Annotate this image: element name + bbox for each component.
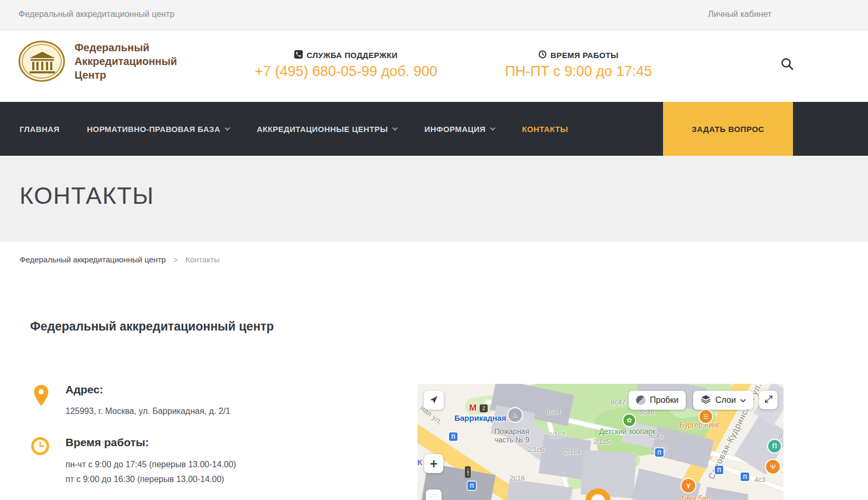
map-poi-parking-icon: П: [655, 448, 664, 457]
map-poi-restaurant-icon: Ψ: [766, 460, 780, 474]
map-poi-fire-icon: ♨: [508, 408, 522, 422]
page-title: КОНТАКТЫ: [20, 182, 154, 210]
breadcrumb-current: Контакты: [185, 255, 220, 264]
map-label: Тики бар: [680, 494, 711, 500]
breadcrumb-home-link[interactable]: Федеральный аккредитационный центр: [20, 255, 166, 264]
map-label: 8: [779, 432, 782, 440]
chevron-down-icon: [490, 125, 496, 130]
map-poi-parking-icon: П: [741, 473, 749, 481]
map-poi-zoo-icon: ✿: [623, 414, 635, 426]
working-hours-block: ВРЕМЯ РАБОТЫ ПН-ПТ с 9:00 до 17:45: [483, 50, 674, 80]
map-label: Бургер Кинг: [679, 421, 720, 429]
layers-icon: [701, 394, 711, 407]
map-label: 4с3: [754, 476, 766, 484]
map-bld: [581, 450, 637, 498]
clock-icon: [538, 50, 547, 60]
support-phone[interactable]: +7 (495) 680-05-99 доб. 900: [251, 63, 441, 80]
breadcrumb-separator: >: [173, 255, 178, 264]
header: Федеральный Аккредитационный Центр СЛУЖБ…: [0, 30, 868, 102]
search-button[interactable]: [778, 55, 796, 73]
map-poi-parking-icon: П: [468, 482, 476, 490]
layers-button[interactable]: Слои: [693, 391, 753, 410]
nav-item-legal-base[interactable]: НОРМАТИВНО-ПРАВОВАЯ БАЗА: [87, 125, 229, 134]
chevron-down-icon: [393, 125, 398, 130]
expand-arrows-icon: [764, 394, 773, 405]
yandex-map[interactable]: М2Баррикадная8с348с478с46Бургер КингДетс…: [417, 384, 783, 500]
map-label: 2/1с6: [527, 446, 544, 454]
map-poi-burger-icon: ☰: [699, 410, 712, 423]
nav-item-information[interactable]: ИНФОРМАЦИЯ: [424, 125, 494, 134]
fullscreen-button[interactable]: [759, 391, 778, 409]
address-label: Адрес:: [66, 383, 103, 396]
support-label: СЛУЖБА ПОДДЕРЖКИ: [306, 51, 397, 60]
map-label: 8с34: [546, 408, 561, 416]
map-pin-icon: [33, 384, 49, 409]
map-label: 8с42: [649, 432, 664, 440]
hours-value: ПН-ПТ с 9:00 до 17:45: [483, 63, 674, 80]
work-time-icon: [31, 437, 50, 458]
nav-item-accreditation-centers[interactable]: АККРЕДИТАЦИОННЫЕ ЦЕНТРЫ: [257, 125, 397, 134]
page-title-band: КОНТАКТЫ: [0, 156, 868, 242]
top-bar: Федеральный аккредитационный центр Личны…: [0, 0, 868, 30]
map-poi-museum-icon: Π: [768, 440, 781, 452]
traffic-indicator-icon: [636, 395, 646, 405]
chevron-down-icon: [740, 395, 746, 405]
geolocate-button[interactable]: [424, 391, 444, 410]
map-poi-parking-icon: П: [715, 466, 723, 474]
map-poi-parking-icon: П: [449, 432, 458, 441]
map-label: 2: [480, 404, 488, 412]
breadcrumb: Федеральный аккредитационный центр > Кон…: [20, 255, 220, 264]
logo-emblem-icon: [18, 41, 65, 82]
map-label: 2/1с7: [548, 431, 565, 439]
main-navigation: ГЛАВНАЯ НОРМАТИВНО-ПРАВОВАЯ БАЗА АККРЕДИ…: [0, 102, 868, 156]
map-label: К: [417, 458, 422, 467]
map-label: 2/1с5: [593, 438, 610, 446]
map-label: Детский зоопарк: [599, 427, 656, 436]
contact-heading: Федеральный аккредитационный центр: [30, 319, 274, 334]
ruler-button[interactable]: :::::: [426, 489, 442, 500]
traffic-button[interactable]: Пробки: [629, 391, 686, 410]
map-label: 2с16: [510, 475, 525, 483]
map-label: 8с46: [639, 409, 654, 417]
work-time-line-2: пт с 9:00 до 16:30 (перерыв 13.00-14.00): [66, 475, 224, 484]
map-label: М: [469, 403, 477, 413]
search-icon: [780, 65, 795, 73]
map-label: 8с47: [611, 399, 626, 407]
map-label: 2/1с4: [564, 448, 581, 456]
hours-label: ВРЕМЯ РАБОТЫ: [550, 51, 619, 60]
geolocation-arrow-icon: [428, 394, 439, 407]
zoom-in-button[interactable]: +: [424, 454, 443, 473]
nav-item-home[interactable]: ГЛАВНАЯ: [20, 125, 60, 134]
support-block: СЛУЖБА ПОДДЕРЖКИ +7 (495) 680-05-99 доб.…: [251, 50, 441, 80]
site-name: Федеральный аккредитационный центр: [18, 10, 174, 19]
work-time-line-1: пн-чт с 9:00 до 17:45 (перерыв 13.00-14.…: [66, 460, 236, 469]
map-poi-bar-icon: Y: [682, 479, 695, 493]
nav-item-contacts[interactable]: КОНТАКТЫ: [522, 125, 568, 134]
map-label: Баррикадная: [454, 413, 506, 422]
logo-text: Федеральный Аккредитационный Центр: [74, 41, 177, 82]
logo[interactable]: Федеральный Аккредитационный Центр: [18, 41, 177, 82]
personal-account-link[interactable]: Личный кабинет: [708, 10, 771, 19]
address-value: 125993, г. Москва, ул. Баррикадная, д. 2…: [66, 407, 230, 416]
phone-icon: [294, 50, 303, 60]
ask-question-button[interactable]: ЗАДАТЬ ВОПРОС: [663, 102, 793, 156]
chevron-down-icon: [225, 125, 230, 130]
map-poi-traffic-light-icon: [465, 466, 471, 478]
map-label: Пожарная часть № 9: [494, 427, 529, 444]
work-time-label: Время работы:: [66, 436, 149, 449]
